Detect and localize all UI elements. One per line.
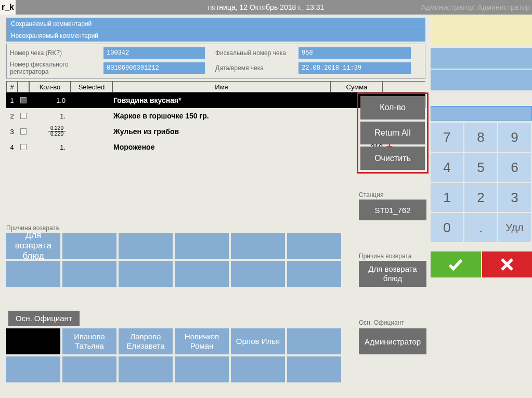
confirm-button[interactable] bbox=[431, 251, 481, 277]
main-waiter-button-side[interactable]: Администратор bbox=[359, 328, 426, 354]
waiter-option[interactable]: Иванова Татьяна bbox=[62, 328, 116, 354]
unsaved-comment[interactable]: Несохраняемый комментарий bbox=[7, 30, 425, 41]
col-name: Имя bbox=[112, 82, 331, 92]
waiter-option[interactable]: Новичков Роман bbox=[175, 328, 229, 354]
return-reason-label-side: Причина возврата bbox=[359, 253, 411, 260]
return-reason-empty[interactable] bbox=[175, 233, 229, 259]
keypad-8[interactable]: 8 bbox=[464, 123, 497, 152]
clear-button[interactable]: Очистить bbox=[360, 147, 425, 170]
row-name: Жульен из грибов bbox=[112, 127, 333, 136]
check-icon bbox=[447, 256, 464, 273]
return-reason-empty[interactable] bbox=[231, 261, 285, 287]
row-qty: 1. bbox=[29, 112, 71, 120]
return-reason-empty[interactable] bbox=[119, 261, 173, 287]
col-check bbox=[18, 82, 29, 92]
station-button[interactable]: ST01_762 bbox=[359, 200, 426, 220]
keypad-5[interactable]: 5 bbox=[464, 153, 497, 182]
check-datetime-label: Дата/время чека bbox=[205, 64, 299, 72]
row-checkbox[interactable] bbox=[18, 144, 29, 150]
row-checkbox[interactable] bbox=[18, 97, 29, 103]
header-datetime: пятница, 12 Октябрь 2018 г., 13:31 bbox=[208, 3, 324, 11]
right-bar-1[interactable] bbox=[431, 48, 532, 69]
fiscal-no-label: Фискальный номер чека bbox=[205, 49, 299, 57]
right-spacer-top bbox=[431, 15, 532, 46]
row-name: Жаркое в горшочке 150 гр. bbox=[112, 112, 333, 120]
waiter-grid: Иванова ТатьянаЛаврова ЕлизаветаНовичков… bbox=[6, 328, 341, 382]
header-bar: r_k пятница, 12 Октябрь 2018 г., 13:31 А… bbox=[0, 0, 532, 15]
row-name: Мороженое bbox=[112, 143, 333, 151]
waiter-empty[interactable] bbox=[287, 328, 341, 354]
keypad-2[interactable]: 2 bbox=[464, 183, 497, 212]
row-number: 1 bbox=[6, 97, 18, 104]
numeric-display bbox=[431, 106, 532, 121]
keypad-3[interactable]: 3 bbox=[498, 183, 531, 212]
header-user: Администратор: Администратор bbox=[421, 3, 530, 11]
return-reason-empty[interactable] bbox=[62, 233, 116, 259]
row-name: Говядина вкусная* bbox=[112, 96, 333, 104]
row-checkbox[interactable] bbox=[18, 113, 29, 119]
keypad-dot[interactable]: . bbox=[464, 213, 497, 242]
keypad-delete[interactable]: Удл bbox=[498, 213, 531, 242]
fiscal-no-value: 958 bbox=[299, 47, 411, 59]
station-label: Станция bbox=[359, 191, 383, 198]
return-reason-empty[interactable] bbox=[62, 261, 116, 287]
col-number: # bbox=[6, 82, 18, 92]
keypad-0[interactable]: 0 bbox=[431, 213, 463, 242]
qty-button[interactable]: Кол-во bbox=[360, 96, 425, 120]
row-qty: 1.0 bbox=[29, 97, 71, 104]
waiter-empty[interactable] bbox=[62, 356, 116, 382]
return-reason-empty[interactable] bbox=[119, 233, 173, 259]
row-number: 4 bbox=[6, 143, 18, 151]
return-reason-option[interactable]: Для возврата блюд bbox=[6, 233, 60, 259]
return-all-button[interactable]: Return All bbox=[360, 122, 425, 145]
return-reason-empty[interactable] bbox=[287, 261, 341, 287]
check-no-value: 100342 bbox=[103, 47, 205, 59]
row-checkbox[interactable] bbox=[18, 128, 29, 135]
close-icon bbox=[498, 256, 516, 273]
check-no-label: Номер чека (RK7) bbox=[10, 49, 103, 57]
return-reason-button-side[interactable]: Для возврата блюд bbox=[359, 261, 426, 287]
right-bar-2[interactable] bbox=[431, 70, 532, 90]
main-waiter-header: Осн. Официант bbox=[8, 311, 80, 326]
numeric-keypad: 7894561230.Удл bbox=[431, 123, 532, 242]
row-qty: 1. bbox=[29, 143, 71, 151]
return-reason-empty[interactable] bbox=[231, 233, 285, 259]
fr-no-label: Номер фискального регистратора bbox=[10, 61, 103, 75]
keypad-9[interactable]: 9 bbox=[498, 123, 531, 152]
waiter-option[interactable]: Орлов Илья bbox=[231, 328, 285, 354]
main-waiter-label-side: Осн. Официант bbox=[359, 319, 404, 326]
return-reason-empty[interactable] bbox=[6, 261, 60, 287]
check-datetime-value: 22.08.2018 11:39 bbox=[299, 62, 411, 74]
return-reason-empty[interactable] bbox=[287, 233, 341, 259]
actions-panel: Кол-во Return All Очистить bbox=[357, 92, 429, 174]
waiter-empty[interactable] bbox=[175, 356, 229, 382]
waiter-empty[interactable] bbox=[119, 356, 173, 382]
waiter-empty[interactable] bbox=[6, 356, 60, 382]
waiter-option[interactable]: Лаврова Елизавета bbox=[119, 328, 173, 354]
keypad-7[interactable]: 7 bbox=[431, 123, 463, 152]
row-number: 3 bbox=[6, 128, 18, 136]
waiter-selected-slot[interactable] bbox=[6, 328, 60, 354]
return-reason-empty[interactable] bbox=[175, 261, 229, 287]
fr-no-value: 00106906391212 bbox=[103, 62, 205, 74]
col-selected: Selected bbox=[71, 82, 112, 92]
items-table-header: # Кол-во Selected Имя Сумма bbox=[6, 81, 425, 92]
waiter-empty[interactable] bbox=[231, 356, 285, 382]
comments-panel: Сохраняемый комментарий Несохраняемый ко… bbox=[6, 18, 425, 42]
keypad-6[interactable]: 6 bbox=[498, 153, 531, 182]
check-info-panel: Номер чека (RK7) 100342 Фискальный номер… bbox=[6, 44, 425, 79]
keypad-4[interactable]: 4 bbox=[431, 153, 463, 182]
return-reason-grid: Для возврата блюд bbox=[6, 233, 341, 287]
row-qty: 0.2200.220 bbox=[29, 126, 71, 137]
saved-comment[interactable]: Сохраняемый комментарий bbox=[7, 18, 425, 30]
row-number: 2 bbox=[6, 112, 18, 120]
col-qty: Кол-во bbox=[29, 82, 71, 92]
cancel-button[interactable] bbox=[482, 251, 533, 277]
keypad-1[interactable]: 1 bbox=[431, 183, 463, 212]
waiter-empty[interactable] bbox=[287, 356, 341, 382]
app-logo: r_k bbox=[0, 0, 16, 15]
col-sum: Сумма bbox=[331, 82, 383, 92]
